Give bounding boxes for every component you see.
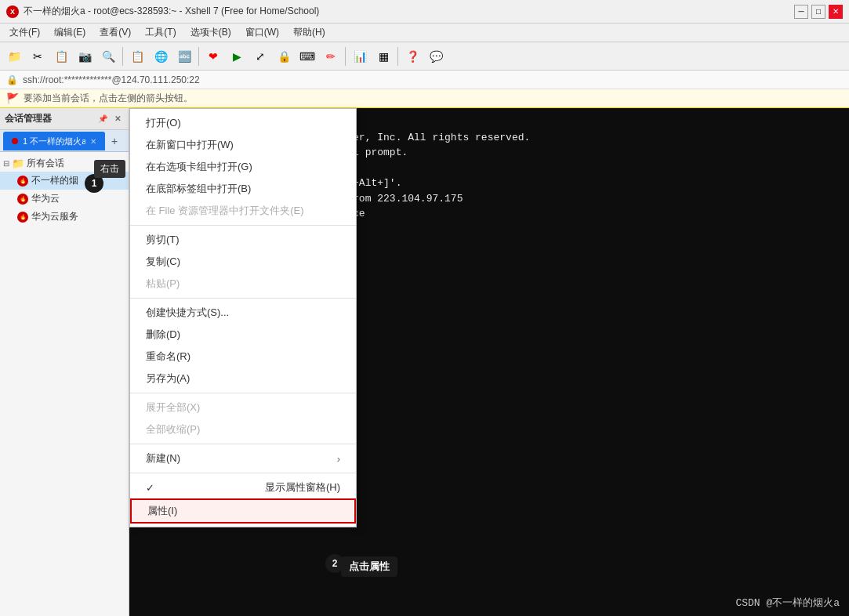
toolbar-btn10[interactable]: ▶: [226, 45, 248, 67]
context-menu: 打开(O) 在新窗口中打开(W) 在右选项卡组中打开(G) 在底部标签组中打开(…: [129, 108, 357, 527]
main-area: 会话管理器 📌 ✕ 1 不一样的烟火a ✕ + 1 右击: [0, 108, 849, 616]
sidebar-controls: 📌 ✕: [96, 113, 124, 125]
session-icon-1: 🔥: [17, 176, 28, 187]
watermark: CSDN @不一样的烟火a: [735, 596, 840, 610]
menu-bar: 文件(F) 编辑(E) 查看(V) 工具(T) 选项卡(B) 窗口(W) 帮助(…: [0, 24, 849, 42]
ctx-open-bottom-tab[interactable]: 在底部标签组中打开(B): [130, 178, 356, 200]
ctx-cut[interactable]: 剪切(T): [130, 229, 356, 251]
ctx-sep-3: [130, 393, 356, 393]
toolbar-btn16[interactable]: ▦: [372, 45, 394, 67]
click-property-label: 点击属性: [341, 556, 397, 577]
sidebar-header: 会话管理器 📌 ✕: [0, 108, 129, 130]
menu-file[interactable]: 文件(F): [3, 24, 46, 41]
tree-expand-icon: ⊟: [3, 159, 9, 168]
right-click-label: 右击: [94, 160, 125, 178]
ctx-properties[interactable]: 属性(I): [130, 498, 356, 524]
toolbar-btn8[interactable]: 🔤: [173, 45, 195, 67]
toolbar-btn7[interactable]: 🌐: [150, 45, 172, 67]
tab-dot: [12, 138, 18, 144]
tree-root-label: 所有会话: [27, 157, 64, 170]
ssh-bar: 🔒 ssh://root:*************@124.70.111.25…: [0, 71, 849, 89]
menu-edit[interactable]: 编辑(E): [48, 24, 92, 41]
ctx-sep-4: [130, 444, 356, 444]
window-controls: ─ □ ✕: [794, 5, 843, 19]
app-icon: X: [6, 5, 19, 18]
session-tree: 1 右击 ⊟ 📁 所有会话 🔥 不一样的烟 🔥 华为云 🔥 华为云服务: [0, 152, 129, 229]
toolbar: 📁 ✂ 📋 📷 🔍 📋 🌐 🔤 ❤ ▶ ⤢ 🔒 ⌨ ✏ 📊 ▦ ❓ 💬: [0, 42, 849, 71]
menu-tools[interactable]: 工具(T): [139, 24, 182, 41]
ctx-create-shortcut[interactable]: 创建快捷方式(S)...: [130, 302, 356, 324]
ctx-save-as[interactable]: 另存为(A): [130, 368, 356, 390]
menu-window[interactable]: 窗口(W): [239, 24, 285, 41]
toolbar-btn2[interactable]: ✂: [27, 45, 49, 67]
toolbar-sep1: [122, 47, 123, 66]
submenu-arrow-icon: ›: [337, 453, 340, 465]
ctx-open-file-manager: 在 File 资源管理器中打开文件夹(E): [130, 200, 356, 222]
title-bar: X 不一样的烟火a - root@ecs-328593:~ - Xshell 7…: [0, 0, 849, 24]
check-icon: ✓: [146, 482, 154, 494]
close-button[interactable]: ✕: [829, 5, 843, 19]
ctx-open[interactable]: 打开(O): [130, 112, 356, 134]
tab-label: 1 不一样的烟火a: [23, 136, 85, 147]
toolbar-btn17[interactable]: 💬: [425, 45, 447, 67]
toolbar-btn14[interactable]: ✏: [320, 45, 342, 67]
minimize-button[interactable]: ─: [794, 5, 808, 19]
toolbar-help[interactable]: ❓: [401, 45, 423, 67]
ctx-sep-2: [130, 298, 356, 299]
toolbar-new-session[interactable]: 📁: [3, 45, 25, 67]
session-manager-sidebar: 会话管理器 📌 ✕ 1 不一样的烟火a ✕ + 1 右击: [0, 108, 129, 616]
info-bar: 🚩 要添加当前会话，点击左侧的箭头按钮。: [0, 89, 849, 108]
folder-icon: 📁: [12, 158, 24, 169]
toolbar-btn9[interactable]: ❤: [202, 45, 224, 67]
ctx-new[interactable]: 新建(N) ›: [130, 448, 356, 469]
toolbar-btn6[interactable]: 📋: [126, 45, 148, 67]
session-icon-2: 🔥: [17, 194, 28, 205]
right-panel: Xshell 7 (Build 0111) Copyright (c) 2020…: [129, 108, 849, 616]
ctx-rename[interactable]: 重命名(R): [130, 346, 356, 368]
toolbar-btn11[interactable]: ⤢: [249, 45, 271, 67]
active-tab[interactable]: 1 不一样的烟火a ✕: [3, 132, 105, 150]
toolbar-btn5[interactable]: 🔍: [97, 45, 119, 67]
tree-item-label-3: 华为云服务: [31, 210, 78, 223]
ctx-show-properties[interactable]: ✓ 显示属性窗格(H): [130, 476, 356, 498]
title-text: 不一样的烟火a - root@ecs-328593:~ - Xshell 7 (…: [24, 5, 319, 18]
tab-bar: 1 不一样的烟火a ✕ +: [0, 130, 129, 152]
toolbar-btn13[interactable]: ⌨: [296, 45, 318, 67]
ctx-open-new-window[interactable]: 在新窗口中打开(W): [130, 134, 356, 156]
toolbar-btn4[interactable]: 📷: [74, 45, 96, 67]
sidebar-title: 会话管理器: [5, 112, 52, 125]
session-icon-3: 🔥: [17, 212, 28, 223]
add-tab-button[interactable]: +: [107, 133, 122, 149]
ctx-paste: 粘贴(P): [130, 273, 356, 295]
toolbar-btn12[interactable]: 🔒: [273, 45, 295, 67]
lock-icon: 🔒: [6, 74, 18, 85]
toolbar-btn3[interactable]: 📋: [50, 45, 72, 67]
ctx-collapse-all: 全部收缩(P): [130, 419, 356, 440]
ctx-sep-1: [130, 225, 356, 226]
ctx-expand-all: 展开全部(X): [130, 397, 356, 419]
maximize-button[interactable]: □: [811, 5, 825, 19]
ctx-copy[interactable]: 复制(C): [130, 251, 356, 273]
ctx-open-right-tab[interactable]: 在右选项卡组中打开(G): [130, 156, 356, 178]
tree-item-3[interactable]: 🔥 华为云服务: [0, 208, 129, 226]
ssh-url: ssh://root:*************@124.70.111.250:…: [23, 74, 200, 85]
info-icon: 🚩: [6, 92, 19, 104]
toolbar-sep4: [397, 47, 398, 66]
menu-tabs[interactable]: 选项卡(B): [184, 24, 238, 41]
sidebar-close-button[interactable]: ✕: [111, 113, 124, 125]
toolbar-sep2: [198, 47, 199, 66]
menu-view[interactable]: 查看(V): [93, 24, 137, 41]
tree-item-label-2: 华为云: [31, 192, 60, 205]
sidebar-pin-button[interactable]: 📌: [96, 113, 109, 125]
tab-close-button[interactable]: ✕: [90, 137, 96, 146]
toolbar-sep3: [345, 47, 346, 66]
tree-item-label-1: 不一样的烟: [31, 174, 78, 187]
menu-help[interactable]: 帮助(H): [287, 24, 332, 41]
ctx-delete[interactable]: 删除(D): [130, 324, 356, 346]
ctx-sep-5: [130, 473, 356, 473]
tree-item-2[interactable]: 🔥 华为云: [0, 190, 129, 208]
toolbar-btn15[interactable]: 📊: [349, 45, 371, 67]
info-text: 要添加当前会话，点击左侧的箭头按钮。: [24, 92, 193, 105]
